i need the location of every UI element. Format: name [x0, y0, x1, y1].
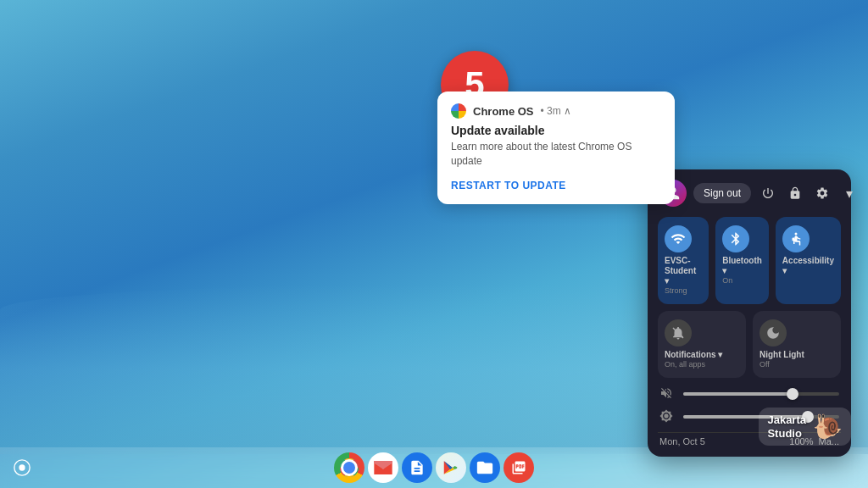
night-light-toggle[interactable]: Night Light Off: [753, 311, 841, 378]
night-light-icon: [760, 319, 787, 347]
launcher-button[interactable]: [7, 452, 37, 483]
snail-icon: 🐌: [813, 413, 843, 441]
lock-icon[interactable]: [785, 183, 805, 203]
bluetooth-icon: [722, 225, 749, 252]
watermark-line2: Studio: [767, 427, 806, 441]
svg-point-8: [347, 465, 352, 470]
wifi-toggle[interactable]: EVSC-Student ▾ Strong: [658, 217, 709, 304]
notifications-sub: On, all apps: [665, 360, 705, 369]
bluetooth-sub: On: [722, 276, 732, 286]
notif-title: Update available: [451, 124, 661, 137]
chrome-app-icon[interactable]: [334, 452, 364, 483]
notifications-icon: [665, 319, 692, 347]
qs-top-icons: ▾: [758, 183, 860, 203]
restart-to-update-button[interactable]: RESTART TO UPDATE: [451, 180, 566, 191]
qs-toggles-row2: Notifications ▾ On, all apps Night Light…: [658, 311, 841, 378]
desktop: 5 Chrome OS • 3m ∧ Update available Lear…: [0, 0, 868, 488]
brightness-icon[interactable]: [659, 409, 676, 425]
notif-time: • 3m ∧: [541, 105, 572, 117]
notif-app-name: Chrome OS: [473, 105, 534, 118]
wifi-icon: [665, 225, 692, 252]
watermark: Jakarta Studio 🐌: [759, 408, 851, 446]
svg-point-1: [794, 233, 797, 236]
notifications-toggle[interactable]: Notifications ▾ On, all apps: [658, 311, 746, 378]
accessibility-label: Accessibility ▾: [782, 256, 834, 276]
qs-toggles-row1: EVSC-Student ▾ Strong Bluetooth ▾ On Acc…: [658, 217, 841, 304]
settings-icon[interactable]: [812, 183, 832, 203]
gmail-app-icon[interactable]: [368, 452, 398, 483]
bluetooth-toggle[interactable]: Bluetooth ▾ On: [715, 217, 769, 304]
night-light-label: Night Light: [760, 350, 804, 360]
files-app-icon[interactable]: [470, 452, 500, 483]
volume-slider[interactable]: [683, 392, 839, 396]
svg-point-4: [19, 464, 25, 470]
watermark-line1: Jakarta: [767, 413, 806, 427]
volume-mute-icon[interactable]: [659, 386, 676, 402]
docs-app-icon[interactable]: [402, 452, 432, 483]
chrome-os-icon: [451, 103, 466, 119]
volume-slider-row: [658, 386, 841, 402]
notification-card: Chrome OS • 3m ∧ Update available Learn …: [437, 92, 675, 204]
play-store-app-icon[interactable]: [436, 452, 466, 483]
sign-out-button[interactable]: Sign out: [693, 183, 751, 203]
notif-header: Chrome OS • 3m ∧: [451, 103, 661, 119]
taskbar-apps: [334, 452, 534, 483]
chevron-down-icon[interactable]: ▾: [839, 183, 860, 203]
acrobat-app-icon[interactable]: [504, 452, 534, 483]
notifications-label: Notifications ▾: [665, 350, 722, 360]
svg-point-6: [345, 463, 353, 472]
svg-point-7: [346, 464, 353, 471]
qs-date: Mon, Oct 5: [659, 436, 705, 446]
qs-topbar: Sign out ▾: [658, 180, 841, 207]
accessibility-icon: [782, 225, 810, 252]
power-icon[interactable]: [758, 183, 778, 203]
bluetooth-label: Bluetooth ▾: [722, 256, 762, 276]
wifi-label: EVSC-Student ▾: [665, 256, 702, 286]
night-light-sub: Off: [760, 360, 770, 369]
accessibility-toggle[interactable]: Accessibility ▾: [776, 217, 841, 304]
wifi-sub: Strong: [665, 286, 687, 296]
notif-body: Learn more about the latest Chrome OS up…: [451, 140, 661, 169]
